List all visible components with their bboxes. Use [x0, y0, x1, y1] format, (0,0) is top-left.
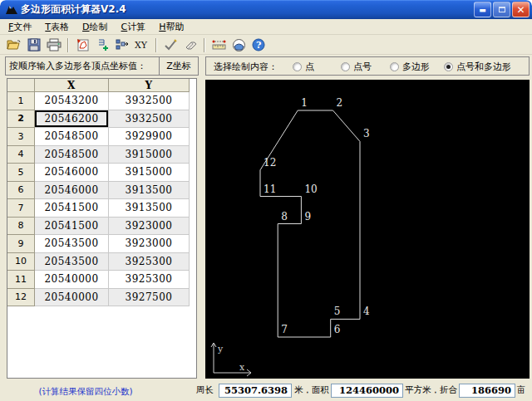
column-header-y: Y: [109, 79, 190, 92]
row-number[interactable]: 8: [7, 218, 35, 236]
cell-y-8[interactable]: 3923000: [109, 218, 190, 236]
insert-row-icon: [96, 38, 110, 51]
cell-y-10[interactable]: 3925300: [109, 253, 190, 271]
cell-x-4[interactable]: 20548500: [35, 146, 109, 164]
menu-item-f[interactable]: F文件: [2, 19, 38, 35]
cell-x-12[interactable]: 20540000: [35, 289, 109, 307]
new-polygon-button[interactable]: [72, 37, 92, 54]
row-number[interactable]: 6: [7, 182, 35, 200]
circle-area-icon: [232, 38, 246, 52]
svg-text:XY: XY: [135, 40, 148, 51]
z-coordinate-button[interactable]: Z坐标: [159, 57, 198, 75]
print-button[interactable]: [44, 37, 64, 54]
radio-point-number-and-polygon[interactable]: 点号和多边形: [444, 61, 511, 73]
maximize-button[interactable]: [493, 2, 510, 17]
vertex-label-2: 2: [337, 97, 343, 109]
vertex-label-9: 9: [304, 211, 311, 223]
table-row: 7205415003913500: [7, 199, 196, 218]
radio-label: 点号和多边形: [456, 61, 511, 73]
app-logo-icon: [5, 3, 18, 17]
cell-x-10[interactable]: 20543500: [35, 253, 109, 271]
cell-y-9[interactable]: 3923000: [109, 235, 190, 253]
cell-y-2[interactable]: 3932500: [109, 110, 190, 129]
menu-item-c[interactable]: C计算: [115, 19, 153, 35]
cell-y-4[interactable]: 3915000: [109, 146, 190, 164]
xy-coordinates-button[interactable]: XY: [132, 37, 152, 54]
erase-button[interactable]: [180, 37, 200, 54]
row-number[interactable]: 12: [7, 289, 35, 307]
table-row: 8205415003923000: [7, 218, 196, 236]
insert-row-button[interactable]: [92, 37, 112, 54]
radio-polygon[interactable]: 多边形: [390, 61, 430, 73]
cell-x-5[interactable]: 20546000: [35, 164, 109, 182]
row-number[interactable]: 10: [7, 253, 35, 271]
help-button[interactable]: ?: [249, 37, 268, 54]
cell-x-2[interactable]: 20546200: [35, 110, 109, 129]
help-icon: ?: [252, 38, 265, 51]
xy-icon: XY: [134, 39, 150, 51]
column-header-x: X: [35, 79, 109, 92]
cell-y-12[interactable]: 3927500: [109, 289, 190, 307]
cell-y-1[interactable]: 3932500: [109, 92, 190, 110]
vertex-label-7: 7: [281, 324, 288, 335]
cell-y-6[interactable]: 3913500: [109, 182, 190, 200]
cell-x-6[interactable]: 20546000: [35, 182, 109, 200]
radio-unselected-icon: [341, 62, 350, 71]
maximize-icon: [499, 7, 505, 12]
title-bar: 多边形面积计算器V2.4 ▬ ✕: [0, 0, 532, 19]
row-number[interactable]: 9: [7, 235, 35, 253]
row-number[interactable]: 5: [7, 164, 35, 182]
cell-y-7[interactable]: 3913500: [109, 199, 190, 218]
draw-options-bar: 选择绘制内容： 点点号多边形点号和多边形: [205, 56, 530, 76]
radio-point-number[interactable]: 点号: [341, 61, 372, 73]
row-number[interactable]: 3: [7, 128, 35, 146]
cell-x-7[interactable]: 20541500: [35, 199, 109, 218]
radio-point[interactable]: 点: [293, 61, 314, 73]
polygon-canvas[interactable]: 123456789101112yx: [205, 80, 530, 379]
menu-item-h[interactable]: H帮助: [152, 19, 190, 35]
radio-label: 点: [305, 61, 314, 73]
vertex-label-8: 8: [281, 211, 288, 223]
cell-x-11[interactable]: 20540000: [35, 271, 109, 289]
radio-selected-icon: [444, 62, 453, 71]
toolbar-separator: [67, 38, 69, 52]
row-number[interactable]: 7: [7, 199, 35, 218]
mu-label: 平方米，折合: [405, 384, 457, 396]
close-button[interactable]: ✕: [512, 2, 530, 17]
printer-icon: [47, 38, 62, 51]
vertex-label-11: 11: [264, 183, 276, 195]
cell-x-1[interactable]: 20543200: [35, 92, 109, 110]
polygon-page-icon: [76, 38, 90, 51]
row-number[interactable]: 2: [7, 110, 35, 129]
open-button[interactable]: [4, 37, 24, 54]
calculate-button[interactable]: [160, 37, 180, 54]
polygon-plot: 123456789101112yx: [205, 80, 530, 379]
close-icon: ✕: [516, 5, 525, 15]
vertex-label-3: 3: [363, 128, 370, 139]
cell-x-9[interactable]: 20543500: [35, 235, 109, 253]
cell-y-5[interactable]: 3915000: [109, 164, 190, 182]
cell-x-3[interactable]: 20548500: [35, 128, 109, 146]
table-row: 3205485003929900: [7, 128, 196, 146]
table-row: 12205400003927500: [7, 289, 196, 307]
save-button[interactable]: [24, 37, 44, 54]
draw-area-button[interactable]: [229, 37, 249, 54]
toolbar: XY?: [0, 36, 532, 55]
row-number[interactable]: 11: [7, 271, 35, 289]
row-number[interactable]: 4: [7, 146, 35, 164]
transfer-points-button[interactable]: [112, 37, 132, 54]
floppy-save-icon: [27, 38, 41, 51]
cell-x-8[interactable]: 20541500: [35, 218, 109, 236]
cell-y-3[interactable]: 3929900: [109, 128, 190, 146]
measure-button[interactable]: [209, 37, 229, 54]
radio-label: 点号: [353, 61, 372, 73]
cell-y-11[interactable]: 3925300: [109, 271, 190, 289]
minimize-button[interactable]: ▬: [474, 2, 491, 17]
row-number[interactable]: 1: [7, 92, 35, 110]
vertex-label-1: 1: [301, 97, 308, 109]
menu-item-d[interactable]: D绘制: [76, 19, 114, 35]
eraser-icon: [184, 40, 198, 51]
transfer-points-icon: [115, 38, 130, 51]
app-window: 多边形面积计算器V2.4 ▬ ✕ F文件T表格D绘制C计算H帮助 XY? 按顺序…: [0, 0, 532, 401]
menu-item-t[interactable]: T表格: [38, 19, 76, 35]
